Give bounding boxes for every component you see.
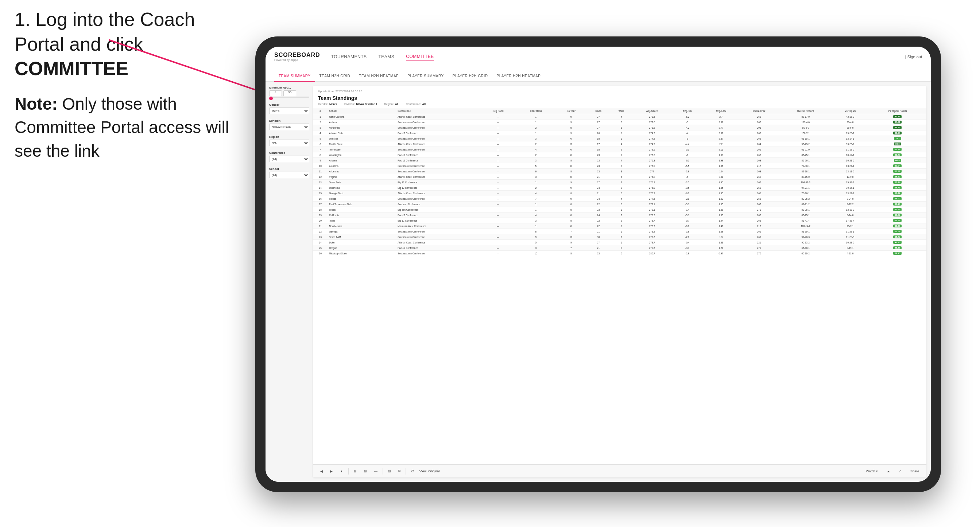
table-cell: -6 xyxy=(671,152,703,158)
table-cell: 17-33-4 xyxy=(832,218,869,224)
table-cell: 82-18-1 xyxy=(780,169,832,174)
table-cell: 215 xyxy=(738,224,780,229)
table-cell: 276.9 xyxy=(633,185,671,190)
table-cell: North Carolina xyxy=(328,114,396,119)
filter-gender-select[interactable]: Men's xyxy=(269,108,309,114)
table-cell: -4.4 xyxy=(671,141,703,147)
table-cell: — xyxy=(480,213,516,218)
table-cell: 8 xyxy=(555,190,587,196)
table-cell: 277 xyxy=(633,169,671,174)
table-cell: 3 xyxy=(313,125,328,130)
toolbar-zoom-in[interactable]: ⊞ xyxy=(352,468,359,474)
table-row: 15Georgia TechAtlantic Coast Conference—… xyxy=(313,190,926,196)
table-cell: 1 xyxy=(517,207,555,213)
table-cell: Washington xyxy=(328,152,396,158)
table-cell: 26 xyxy=(587,130,610,136)
table-cell: 60-39-2 xyxy=(780,251,832,256)
toolbar-forward[interactable]: ▶ xyxy=(328,468,335,474)
table-row: 9ArizonaPac-12 Conference—38234276.3-6.1… xyxy=(313,158,926,163)
tab-player-h2h-grid[interactable]: PLAYER H2H GRID xyxy=(448,71,492,82)
table-cell: 1.98 xyxy=(703,158,738,163)
toolbar-watch[interactable]: Watch ▾ xyxy=(864,468,880,474)
table-cell: 30-15-1 xyxy=(832,185,869,190)
toolbar-zoom-out[interactable]: ⊟ xyxy=(362,468,369,474)
toolbar-share[interactable]: Share xyxy=(908,468,921,474)
table-cell: Virginia xyxy=(328,174,396,180)
table-cell: 5 xyxy=(610,202,633,207)
table-cell: 5 xyxy=(313,136,328,141)
filter-school-select[interactable]: (All) xyxy=(269,171,309,178)
table-cell: 1 xyxy=(517,180,555,185)
filter-min-input[interactable]: 4 xyxy=(269,90,282,96)
col-adj-score: Adj. Score xyxy=(633,108,671,114)
table-cell: 278.1 xyxy=(633,202,671,207)
table-cell: 6 xyxy=(555,147,587,152)
nav-tournaments[interactable]: TOURNAMENTS xyxy=(331,53,367,61)
table-cell: Southeastern Conference xyxy=(396,234,480,240)
table-cell: 1.44 xyxy=(703,218,738,224)
standings-table: # School Conference Reg Rank Conf Rank N… xyxy=(313,108,926,464)
table-cell: -1.4 xyxy=(671,207,703,213)
table-cell: Oklahoma xyxy=(328,185,396,190)
table-cell: 23 xyxy=(587,251,610,256)
table-cell: 88-17-0 xyxy=(780,114,832,119)
view-label: View: Original xyxy=(419,470,439,473)
table-cell: -2.9 xyxy=(671,196,703,202)
table-cell: 274.8 xyxy=(633,136,671,141)
table-cell: 90-33-2 xyxy=(780,240,832,245)
table-cell: 4 xyxy=(517,147,555,152)
col-avg-low: Avg. Low xyxy=(703,108,738,114)
toolbar-up[interactable]: ▲ xyxy=(338,468,345,474)
toolbar-annotate[interactable]: ☁ xyxy=(885,468,892,474)
sign-out-button[interactable]: | Sign out xyxy=(905,55,922,59)
table-cell: 8 xyxy=(555,251,587,256)
toolbar-crop[interactable]: ⊡ xyxy=(386,468,393,474)
table-cell: 279.5 xyxy=(633,245,671,251)
table-cell: 4 xyxy=(517,213,555,218)
col-conference: Conference xyxy=(396,108,480,114)
toolbar-reset[interactable]: — xyxy=(372,468,380,474)
table-cell: -6.1 xyxy=(671,158,703,163)
filter-gender: Gender Men's xyxy=(269,103,309,114)
filter-conference: Conference (All) xyxy=(269,151,309,162)
table-cell: 8 xyxy=(555,158,587,163)
tab-team-summary[interactable]: TEAM SUMMARY xyxy=(274,71,315,82)
table-cell: 9 xyxy=(555,196,587,202)
nav-teams[interactable]: TEAMS xyxy=(379,53,395,61)
table-cell: 269 xyxy=(738,234,780,240)
tab-player-summary[interactable]: PLAYER SUMMARY xyxy=(403,71,448,82)
table-cell: 91-6-0 xyxy=(780,125,832,130)
table-cell: 266 xyxy=(738,229,780,234)
table-cell: Pac-12 Conference xyxy=(396,158,480,163)
filter-conference-select[interactable]: (All) xyxy=(269,156,309,162)
tab-team-h2h-heatmap[interactable]: TEAM H2H HEATMAP xyxy=(355,71,403,82)
table-cell: Arizona xyxy=(328,158,396,163)
table-cell: — xyxy=(480,218,516,224)
tab-player-h2h-heatmap[interactable]: PLAYER H2H HEATMAP xyxy=(492,71,545,82)
filter-region-select[interactable]: N/A xyxy=(269,140,309,146)
table-row: 23Texas A&MSoutheastern Conference—91030… xyxy=(313,234,926,240)
toolbar-timer[interactable]: ⏱ xyxy=(409,468,417,474)
table-cell: 268 xyxy=(738,174,780,180)
toolbar-back[interactable]: ◀ xyxy=(318,468,325,474)
filter-division-select[interactable]: NCAA Division I xyxy=(269,124,309,130)
table-cell: 267 xyxy=(738,202,780,207)
filter-max-input[interactable]: 30 xyxy=(283,90,296,96)
filter-gender-label: Gender xyxy=(269,103,309,106)
table-cell: Arizona State xyxy=(328,130,396,136)
tab-team-h2h-grid[interactable]: TEAM H2H GRID xyxy=(315,71,355,82)
table-cell: 24 xyxy=(313,240,328,245)
filter-slider[interactable] xyxy=(269,97,309,98)
toolbar-view-original[interactable]: View: Original xyxy=(419,470,439,473)
toolbar-sep-3 xyxy=(406,468,406,475)
nav-committee[interactable]: COMMITTEE xyxy=(406,52,434,61)
table-cell: -5.1 xyxy=(671,202,703,207)
toolbar-present[interactable]: ⤢ xyxy=(896,468,904,474)
filter-conference-label: Conference xyxy=(269,151,309,154)
table-cell: 10 xyxy=(555,141,587,147)
table-cell: 2 xyxy=(610,147,633,152)
table-cell: 280.7 xyxy=(633,251,671,256)
table-cell: 68.71 xyxy=(869,147,926,152)
toolbar-copy[interactable]: ⧉ xyxy=(396,468,402,474)
table-cell: 109-14-2 xyxy=(780,224,832,229)
